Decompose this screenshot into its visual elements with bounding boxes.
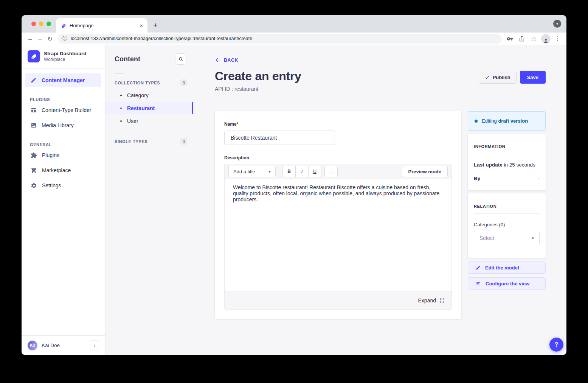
preview-mode-button[interactable]: Preview mode — [402, 166, 448, 177]
sidebar-item-content-type-builder[interactable]: Content-Type Builder — [25, 103, 101, 117]
page-title: Create an entry — [215, 69, 301, 83]
strapi-favicon-icon — [61, 23, 66, 28]
pencil-icon — [476, 265, 481, 270]
information-title: INFORMATION — [474, 144, 540, 149]
by-row: By- — [474, 176, 540, 181]
subnav-item-label: Category — [127, 92, 149, 98]
more-formatting-button[interactable]: ... — [324, 166, 338, 177]
sidebar-item-label: Media Library — [42, 122, 74, 128]
description-textarea[interactable]: Welcome to Biscotte restaurant! Restaura… — [225, 179, 451, 291]
sidebar-item-settings[interactable]: Settings — [25, 179, 101, 192]
browser-profile-avatar[interactable] — [541, 34, 551, 44]
caret-down-icon: ▾ — [532, 236, 534, 241]
password-key-icon[interactable] — [505, 34, 515, 44]
window-minimize-button[interactable] — [39, 22, 43, 26]
browser-toolbar: ← → ↻ ⓘ localhost:1337/admin/content-man… — [22, 33, 566, 45]
main-content: BACK Create an entry API ID : restaurant… — [193, 45, 566, 355]
relation-panel: RELATION Categories (0) Select ▾ — [468, 193, 546, 258]
address-bar[interactable]: ⓘ localhost:1337/admin/content-manager/c… — [58, 34, 502, 44]
sidebar-item-label: Settings — [42, 182, 61, 188]
gear-icon — [31, 182, 37, 189]
edit-model-button[interactable]: Edit the model — [468, 262, 546, 274]
subnav-item-label: Restaurant — [127, 105, 155, 111]
sidebar-item-marketplace[interactable]: Marketplace — [25, 163, 101, 177]
strapi-logo-icon — [28, 50, 40, 62]
browser-update-icon[interactable]: ▾ — [553, 20, 561, 28]
window-controls — [31, 22, 51, 26]
workspace-brand[interactable]: Strapi Dashboard Workplace — [22, 45, 105, 69]
main-sidebar: Strapi Dashboard Workplace Content Manag… — [22, 45, 105, 355]
bold-button[interactable]: B — [282, 166, 296, 177]
subnav-title: Content — [115, 55, 140, 63]
subnav-item-restaurant[interactable]: Restaurant — [105, 102, 193, 114]
subnav-divider — [115, 73, 124, 74]
description-editor: Add a title ▾ B I U ... Preview mode W — [224, 164, 452, 310]
editor-footer: Expand — [225, 291, 451, 309]
categories-select[interactable]: Select ▾ — [474, 231, 540, 245]
sidebar-user-row: KD Kai Doe ‹ — [22, 335, 105, 355]
image-icon — [31, 122, 37, 128]
user-avatar: KD — [28, 341, 37, 350]
required-asterisk: * — [237, 121, 239, 127]
save-button[interactable]: Save — [520, 71, 546, 84]
check-icon — [485, 75, 490, 80]
configure-view-button[interactable]: Configure the view — [468, 277, 546, 290]
sidebar-section-general: GENERAL — [30, 142, 105, 147]
underline-button[interactable]: U — [308, 166, 321, 177]
panel-divider — [474, 213, 540, 214]
subnav-item-label: User — [127, 118, 138, 124]
single-types-label: SINGLE TYPES — [115, 139, 147, 144]
workspace-title: Strapi Dashboard — [44, 51, 87, 57]
sidebar-collapse-button[interactable]: ‹ — [90, 340, 99, 350]
panel-divider — [474, 154, 540, 154]
bullet-icon — [120, 95, 122, 96]
browser-back-button[interactable]: ← — [25, 35, 35, 42]
window-maximize-button[interactable] — [47, 22, 51, 26]
browser-window: Homepage × + ▾ ← → ↻ ⓘ localhost:1337/ad… — [22, 15, 566, 355]
sidebar-item-label: Content-Type Builder — [42, 107, 92, 113]
page-info-icon[interactable]: ⓘ — [62, 35, 67, 42]
pen-icon — [31, 77, 37, 83]
single-types-count-badge: 0 — [180, 138, 187, 145]
publish-button[interactable]: Publish — [479, 71, 517, 84]
description-field-label: Description — [224, 155, 452, 160]
bullet-icon — [120, 120, 122, 122]
browser-menu-icon[interactable]: ⋮ — [553, 34, 563, 44]
browser-tab[interactable]: Homepage × — [56, 18, 147, 33]
configure-list-icon — [476, 281, 481, 286]
expand-label[interactable]: Expand — [418, 297, 436, 304]
back-link[interactable]: BACK — [215, 57, 238, 63]
name-input[interactable] — [224, 131, 335, 145]
search-button[interactable] — [175, 53, 186, 65]
sidebar-section-plugins: PLUGINS — [30, 97, 105, 102]
sidebar-item-plugins[interactable]: Plugins — [25, 148, 101, 162]
browser-reload-button[interactable]: ↻ — [45, 35, 55, 42]
tab-close-icon[interactable]: × — [140, 23, 143, 28]
subnav-item-category[interactable]: Category — [105, 89, 193, 101]
subnav-item-user[interactable]: User — [105, 115, 193, 127]
sidebar-item-label: Plugins — [42, 152, 59, 158]
help-button[interactable]: ? — [549, 338, 563, 352]
collection-types-label: COLLECTION TYPES — [115, 81, 160, 85]
categories-field-label: Categories (0) — [474, 222, 540, 227]
sidebar-item-label: Marketplace — [42, 167, 71, 173]
draft-status-banner: Editing draft version — [468, 111, 546, 131]
sidebar-item-content-manager[interactable]: Content Manager — [25, 73, 101, 87]
window-close-button[interactable] — [31, 22, 36, 26]
last-update-row: Last update in 25 seconds — [474, 162, 540, 168]
name-field-label: Name* — [224, 121, 238, 127]
workspace-subtitle: Workplace — [44, 57, 87, 62]
browser-forward-button[interactable]: → — [35, 35, 45, 42]
share-icon[interactable] — [517, 34, 527, 44]
layout-grid-icon — [31, 107, 37, 113]
puzzle-icon — [31, 152, 37, 159]
title-dropdown[interactable]: Add a title ▾ — [228, 166, 276, 177]
url-text: localhost:1337/admin/content-manager/col… — [71, 36, 252, 41]
sidebar-item-media-library[interactable]: Media Library — [25, 118, 101, 132]
editor-toolbar: Add a title ▾ B I U ... Preview mode — [225, 164, 451, 179]
browser-toolbar-actions: ☆ ⋮ — [505, 34, 563, 44]
bookmark-star-icon[interactable]: ☆ — [529, 34, 539, 44]
new-tab-button[interactable]: + — [150, 20, 161, 31]
italic-button[interactable]: I — [295, 166, 309, 177]
expand-icon[interactable] — [439, 298, 445, 303]
